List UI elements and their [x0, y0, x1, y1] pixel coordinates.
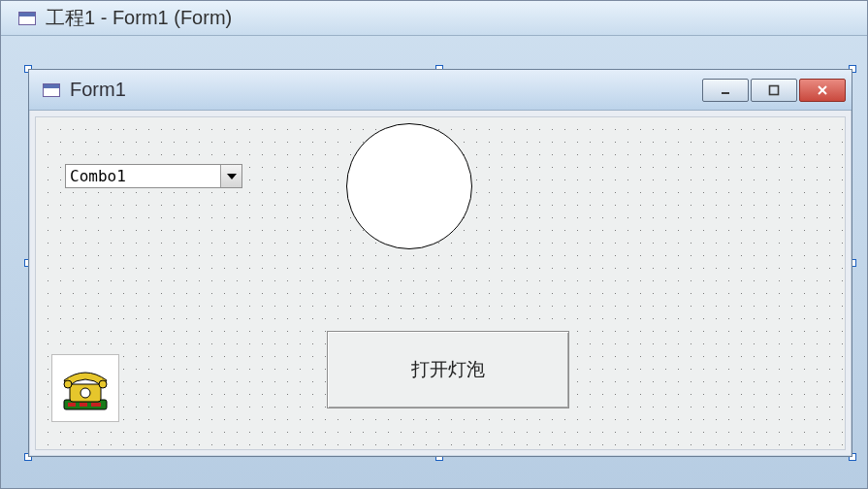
designer-window: 工程1 - Form1 (Form) Form1	[0, 0, 868, 489]
image-phone[interactable]	[51, 354, 119, 422]
svg-rect-6	[80, 403, 87, 407]
minimize-button[interactable]	[702, 79, 749, 102]
form-icon	[18, 12, 36, 25]
svg-point-11	[99, 380, 107, 388]
svg-rect-1	[770, 85, 779, 94]
form-icon	[43, 83, 60, 97]
combo1-text[interactable]: Combo1	[66, 165, 220, 187]
designer-titlebar: 工程1 - Form1 (Form)	[1, 1, 867, 36]
form1-title: Form1	[70, 79, 702, 101]
combo1-dropdown-button[interactable]	[220, 165, 241, 187]
svg-point-9	[80, 388, 90, 398]
designer-title: 工程1 - Form1 (Form)	[46, 5, 232, 31]
close-button[interactable]	[799, 79, 846, 102]
svg-point-10	[64, 380, 72, 388]
minimize-icon	[719, 83, 732, 97]
form1-titlebar: Form1	[29, 70, 852, 111]
window-buttons	[702, 79, 846, 102]
close-icon	[816, 83, 829, 97]
maximize-icon	[767, 83, 781, 97]
shape-bulb[interactable]	[346, 123, 472, 249]
open-bulb-button[interactable]: 打开灯泡	[327, 331, 569, 408]
form1-client-area[interactable]: Combo1 打开灯泡	[35, 116, 846, 450]
svg-rect-5	[68, 403, 76, 407]
combo1[interactable]: Combo1	[65, 164, 242, 188]
maximize-button[interactable]	[751, 79, 797, 102]
phone-icon	[58, 361, 113, 415]
form1-window[interactable]: Form1 Combo1	[28, 69, 852, 457]
open-bulb-button-label: 打开灯泡	[411, 357, 485, 382]
chevron-down-icon	[227, 174, 237, 179]
svg-rect-7	[91, 403, 101, 407]
